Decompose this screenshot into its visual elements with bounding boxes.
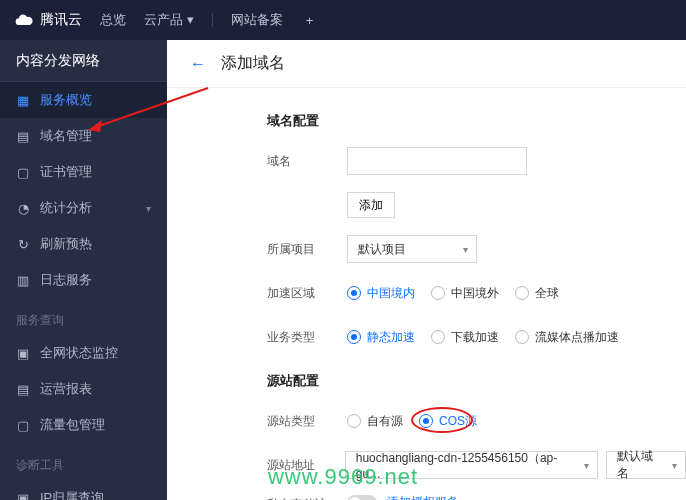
cert-icon: ▢ — [16, 165, 30, 179]
back-arrow-icon[interactable]: ← — [189, 55, 207, 73]
radio-origin-own[interactable]: 自有源 — [347, 413, 403, 430]
label-region: 加速区域 — [267, 285, 331, 302]
label-origin-addr: 源站地址 — [267, 457, 329, 474]
chevron-down-icon: ▾ — [672, 460, 677, 471]
sidebar-item-refresh[interactable]: ↻刷新预热 — [0, 226, 167, 262]
sidebar: 内容分发网络 ▦服务概览 ▤域名管理 ▢证书管理 ◔统计分析▾ ↻刷新预热 ▥日… — [0, 40, 167, 500]
group-diag: 诊断工具 — [0, 443, 167, 480]
section-origin-config: 源站配置 — [267, 372, 686, 390]
sidebar-item-monitor[interactable]: ▣全网状态监控 — [0, 335, 167, 371]
radio-icon — [431, 330, 445, 344]
log-icon: ▥ — [16, 273, 30, 287]
origin-domain-type-select[interactable]: 默认域名▾ — [606, 451, 686, 479]
page-title: 添加域名 — [221, 53, 285, 74]
sidebar-item-traffic[interactable]: ▢流量包管理 — [0, 407, 167, 443]
project-select[interactable]: 默认项目▾ — [347, 235, 477, 263]
top-nav: 总览 云产品 ▾ 网站备案 + — [100, 11, 319, 29]
radio-origin-cos[interactable]: COS源 — [419, 413, 477, 430]
product-title: 内容分发网络 — [0, 40, 167, 82]
report-icon: ▤ — [16, 382, 30, 396]
list-icon: ▤ — [16, 129, 30, 143]
label-project: 所属项目 — [267, 241, 331, 258]
label-domain: 域名 — [267, 153, 331, 170]
add-domain-button[interactable]: 添加 — [347, 192, 395, 218]
grid-icon: ▦ — [16, 93, 30, 107]
radio-region-cn[interactable]: 中国境内 — [347, 285, 415, 302]
add-product-icon[interactable]: + — [301, 11, 319, 29]
cloud-icon — [14, 10, 34, 30]
top-bar: 腾讯云 总览 云产品 ▾ 网站备案 + — [0, 0, 686, 40]
biz-radio-group: 静态加速 下载加速 流媒体点播加速 — [347, 329, 619, 346]
chart-icon: ◔ — [16, 201, 30, 215]
nav-beian[interactable]: 网站备案 — [231, 11, 283, 29]
radio-icon — [419, 414, 433, 428]
sidebar-item-stats[interactable]: ◔统计分析▾ — [0, 190, 167, 226]
main-content: ← 添加域名 域名配置 域名 添加 所属项目默认项目▾ 加速区域 中国境内 中国… — [167, 40, 686, 500]
sidebar-item-report[interactable]: ▤运营报表 — [0, 371, 167, 407]
chevron-down-icon: ▾ — [584, 460, 589, 471]
refresh-icon: ↻ — [16, 237, 30, 251]
add-auth-link[interactable]: 添加授权服务 — [387, 494, 459, 500]
region-radio-group: 中国境内 中国境外 全球 — [347, 285, 559, 302]
brand-logo[interactable]: 腾讯云 — [14, 10, 82, 30]
radio-icon — [347, 330, 361, 344]
sidebar-item-ip[interactable]: ▣IP归属查询 — [0, 480, 167, 500]
sidebar-item-cert[interactable]: ▢证书管理 — [0, 154, 167, 190]
domain-input[interactable] — [347, 147, 527, 175]
label-biz: 业务类型 — [267, 329, 331, 346]
origin-addr-select[interactable]: huochangliang-cdn-1255456150（ap-gu…▾ — [345, 451, 598, 479]
radio-biz-static[interactable]: 静态加速 — [347, 329, 415, 346]
group-query: 服务查询 — [0, 298, 167, 335]
radio-icon — [431, 286, 445, 300]
nav-products[interactable]: 云产品 ▾ — [144, 11, 194, 29]
radio-biz-stream[interactable]: 流媒体点播加速 — [515, 329, 619, 346]
private-access-toggle[interactable] — [347, 495, 377, 501]
origin-type-radio-group: 自有源 COS源 — [347, 413, 477, 430]
sidebar-item-log[interactable]: ▥日志服务 — [0, 262, 167, 298]
radio-icon — [347, 286, 361, 300]
ip-icon: ▣ — [16, 491, 30, 500]
chevron-down-icon: ▾ — [146, 203, 151, 214]
form-area: 域名配置 域名 添加 所属项目默认项目▾ 加速区域 中国境内 中国境外 全球 业… — [167, 88, 686, 500]
sidebar-item-domain[interactable]: ▤域名管理 — [0, 118, 167, 154]
nav-divider — [212, 13, 213, 27]
chevron-down-icon: ▾ — [187, 12, 194, 27]
section-domain-config: 域名配置 — [267, 112, 686, 130]
sidebar-item-overview[interactable]: ▦服务概览 — [0, 82, 167, 118]
radio-region-overseas[interactable]: 中国境外 — [431, 285, 499, 302]
monitor-icon: ▣ — [16, 346, 30, 360]
chevron-down-icon: ▾ — [463, 244, 468, 255]
page-header: ← 添加域名 — [167, 40, 686, 88]
radio-region-global[interactable]: 全球 — [515, 285, 559, 302]
radio-biz-download[interactable]: 下载加速 — [431, 329, 499, 346]
nav-overview[interactable]: 总览 — [100, 11, 126, 29]
radio-icon — [347, 414, 361, 428]
radio-icon — [515, 330, 529, 344]
brand-text: 腾讯云 — [40, 11, 82, 29]
label-private: 私有存储访问 — [267, 496, 331, 500]
package-icon: ▢ — [16, 418, 30, 432]
label-origin-type: 源站类型 — [267, 413, 331, 430]
radio-icon — [515, 286, 529, 300]
